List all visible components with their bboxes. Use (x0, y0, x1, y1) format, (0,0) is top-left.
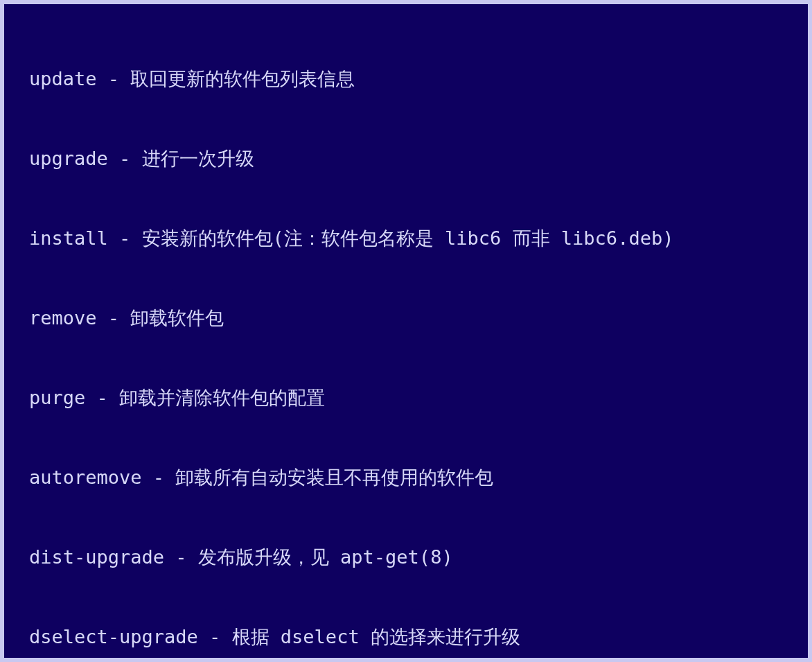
apt-command-line: dselect-upgrade - 根据 dselect 的选择来进行升级 (7, 624, 805, 650)
apt-command-line: autoremove - 卸载所有自动安装且不再使用的软件包 (7, 464, 805, 491)
apt-command-line: purge - 卸载并清除软件包的配置 (7, 385, 805, 411)
apt-command-line: dist-upgrade - 发布版升级，见 apt-get(8) (7, 544, 805, 570)
apt-command-line: update - 取回更新的软件包列表信息 (7, 66, 805, 92)
terminal-window[interactable]: update - 取回更新的软件包列表信息 upgrade - 进行一次升级 i… (4, 4, 808, 658)
apt-command-line: install - 安装新的软件包(注：软件包名称是 libc6 而非 libc… (7, 225, 805, 252)
apt-command-line: upgrade - 进行一次升级 (7, 146, 805, 172)
apt-command-line: remove - 卸载软件包 (7, 305, 805, 331)
